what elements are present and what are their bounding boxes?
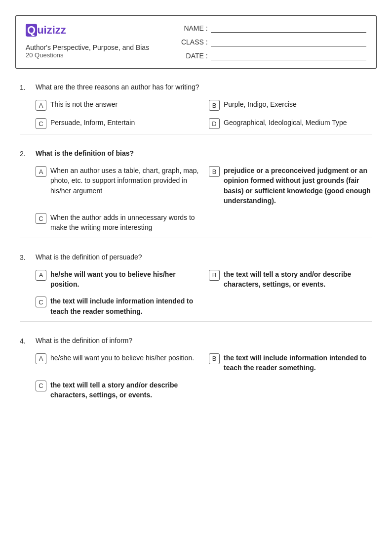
question-block-1: 1.What are the three reasons an author h… bbox=[20, 83, 372, 134]
option-letter-4-A: A bbox=[36, 353, 46, 364]
option-letter-2-A: A bbox=[36, 166, 46, 177]
date-input[interactable] bbox=[211, 51, 366, 60]
header-right: NAME : CLASS : DATE : bbox=[181, 24, 366, 60]
question-number-4: 4. bbox=[20, 337, 31, 345]
option-empty-3-4 bbox=[209, 296, 372, 316]
question-number-2: 2. bbox=[20, 149, 31, 158]
option-text-4-B: the text will include information intend… bbox=[224, 353, 372, 373]
options-grid-3: A he/she will want you to believe his/he… bbox=[20, 269, 372, 316]
option-4-C: C the text will tell a story and/or desc… bbox=[36, 380, 199, 400]
question-header-4: 4.What is the definition of inform? bbox=[20, 337, 372, 345]
name-label: NAME : bbox=[181, 24, 208, 32]
quiz-count: 20 Questions bbox=[26, 51, 181, 59]
option-1-A: AThis is not the answer bbox=[36, 99, 199, 111]
option-text-1-C: Persuade, Inform, Entertain bbox=[50, 118, 135, 128]
option-text-1-A: This is not the answer bbox=[50, 99, 118, 109]
option-4-A: A he/she will want you to believe his/he… bbox=[36, 353, 199, 373]
options-grid-1: AThis is not the answerBPurple, Indigo, … bbox=[20, 99, 372, 129]
question-header-1: 1.What are the three reasons an author h… bbox=[20, 83, 372, 91]
question-block-2: 2.What is the definition of bias?AWhen a… bbox=[20, 149, 372, 238]
divider-2 bbox=[20, 238, 372, 238]
question-header-2: 2.What is the definition of bias? bbox=[20, 149, 372, 158]
option-text-4-C: the text will tell a story and/or descri… bbox=[50, 380, 199, 400]
question-block-4: 4.What is the definition of inform?A he/… bbox=[20, 337, 372, 400]
option-letter-1-A: A bbox=[36, 100, 46, 111]
questions-section: 1.What are the three reasons an author h… bbox=[15, 83, 377, 400]
divider-3 bbox=[20, 321, 372, 322]
header-box: Quizizz Author's Perspective, Purpose, a… bbox=[15, 15, 377, 69]
name-field-row: NAME : bbox=[181, 24, 366, 33]
options-grid-2: AWhen an author uses a table, chart, gra… bbox=[20, 166, 372, 233]
option-text-2-A: When an author uses a table, chart, grap… bbox=[50, 166, 199, 196]
class-field-row: CLASS : bbox=[181, 38, 366, 46]
option-1-D: DGeographical, Ideological, Medium Type bbox=[209, 118, 372, 129]
option-3-B: Bthe text will tell a story and/or descr… bbox=[209, 269, 372, 290]
option-1-C: CPersuade, Inform, Entertain bbox=[36, 118, 199, 129]
option-letter-3-B: B bbox=[209, 270, 220, 281]
option-text-3-C: the text will include information intend… bbox=[50, 296, 199, 316]
question-text-4: What is the definition of inform? bbox=[36, 337, 372, 344]
quiz-title: Author's Perspective, Purpose, and Bias bbox=[26, 43, 181, 51]
option-letter-3-A: A bbox=[36, 270, 46, 281]
divider-1 bbox=[20, 134, 372, 134]
date-label: DATE : bbox=[181, 52, 208, 60]
question-text-1: What are the three reasons an author has… bbox=[36, 83, 372, 91]
option-2-B: Bprejudice or a preconceived judgment or… bbox=[209, 166, 372, 206]
class-input[interactable] bbox=[211, 38, 366, 46]
option-text-1-B: Purple, Indigo, Exercise bbox=[224, 99, 297, 109]
option-letter-2-B: B bbox=[209, 166, 220, 177]
class-label: CLASS : bbox=[181, 38, 208, 46]
question-number-1: 1. bbox=[20, 83, 31, 91]
option-3-A: A he/she will want you to believe his/he… bbox=[36, 269, 199, 290]
option-letter-3-C: C bbox=[36, 297, 46, 307]
option-3-C: Cthe text will include information inten… bbox=[36, 296, 199, 316]
option-1-B: BPurple, Indigo, Exercise bbox=[209, 99, 372, 111]
option-text-1-D: Geographical, Ideological, Medium Type bbox=[224, 118, 347, 128]
option-empty-2-4 bbox=[209, 213, 372, 233]
options-grid-4: A he/she will want you to believe his/he… bbox=[20, 353, 372, 400]
option-empty-4-4 bbox=[209, 380, 372, 400]
question-text-2: What is the definition of bias? bbox=[36, 149, 372, 157]
option-text-4-A: he/she will want you to believe his/her … bbox=[50, 353, 194, 363]
logo: Quizizz bbox=[26, 24, 181, 37]
option-letter-4-B: B bbox=[209, 353, 220, 364]
logo-icon: Q bbox=[26, 24, 37, 37]
question-header-3: 3.What is the definition of persuade? bbox=[20, 253, 372, 261]
option-letter-1-C: C bbox=[36, 118, 46, 129]
option-2-C: CWhen the author adds in unnecessary wor… bbox=[36, 213, 199, 233]
option-text-2-B: prejudice or a preconceived judgment or … bbox=[224, 166, 372, 206]
question-block-3: 3.What is the definition of persuade?A h… bbox=[20, 253, 372, 322]
option-letter-2-C: C bbox=[36, 213, 46, 224]
option-letter-1-B: B bbox=[209, 100, 220, 111]
option-letter-1-D: D bbox=[209, 118, 220, 129]
option-text-3-B: the text will tell a story and/or descri… bbox=[224, 269, 372, 290]
option-2-A: AWhen an author uses a table, chart, gra… bbox=[36, 166, 199, 206]
question-number-3: 3. bbox=[20, 253, 31, 261]
option-text-3-A: he/she will want you to believe his/her … bbox=[50, 269, 199, 290]
question-text-3: What is the definition of persuade? bbox=[36, 253, 372, 261]
name-input[interactable] bbox=[211, 24, 366, 33]
date-field-row: DATE : bbox=[181, 51, 366, 60]
header-left: Quizizz Author's Perspective, Purpose, a… bbox=[26, 24, 181, 59]
option-letter-4-C: C bbox=[36, 381, 46, 391]
option-text-2-C: When the author adds in unnecessary word… bbox=[50, 213, 199, 233]
option-4-B: Bthe text will include information inten… bbox=[209, 353, 372, 373]
